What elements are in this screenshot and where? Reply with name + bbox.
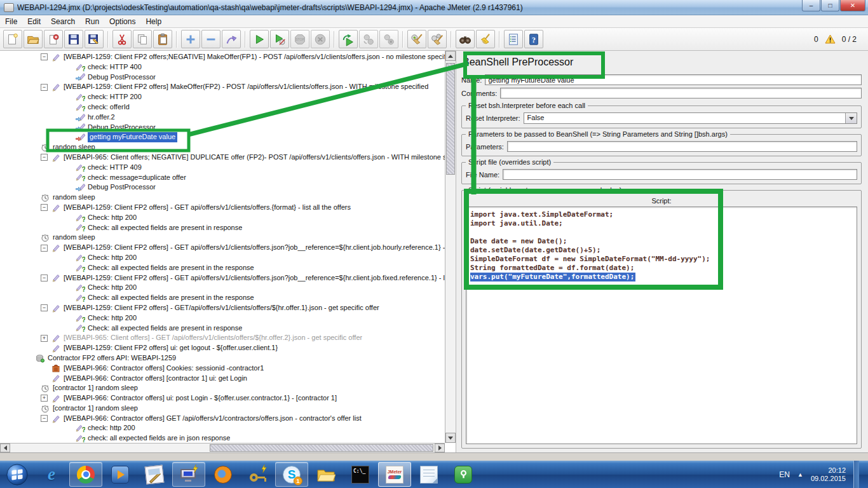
tree-item[interactable]: ?check: offerId bbox=[0, 102, 445, 112]
taskbar-explorer[interactable] bbox=[309, 462, 342, 487]
save-as-button[interactable] bbox=[85, 30, 104, 48]
taskbar-jmeter[interactable]: JMeter bbox=[378, 462, 411, 487]
tree-item[interactable]: ?check: all expected fields are in json … bbox=[0, 433, 445, 443]
tree-item[interactable]: ?check: HTTP 409 bbox=[0, 163, 445, 173]
start-button[interactable] bbox=[250, 30, 269, 48]
collapse-toggle[interactable]: − bbox=[41, 304, 48, 311]
tree-item[interactable]: random sleep bbox=[0, 142, 445, 152]
paste-button[interactable] bbox=[153, 30, 172, 48]
minimize-button[interactable]: – bbox=[802, 0, 820, 11]
tree-item[interactable]: ?Check: all expected fields are present … bbox=[0, 223, 445, 233]
tray-expander-icon[interactable]: ▲ bbox=[797, 471, 803, 478]
taskbar-chrome[interactable] bbox=[69, 462, 102, 487]
tree-item[interactable]: ?Check: http 200 bbox=[0, 213, 445, 223]
expand-toggle[interactable]: + bbox=[41, 395, 48, 402]
tree-item[interactable]: hr.offer.2 bbox=[0, 112, 445, 123]
scroll-up-button[interactable] bbox=[445, 51, 456, 61]
scroll-right-button[interactable] bbox=[435, 444, 445, 452]
taskbar-image-editor[interactable] bbox=[138, 462, 171, 487]
collapse-toggle[interactable]: − bbox=[41, 415, 48, 422]
tree-item[interactable]: Debug PostProcessor bbox=[0, 72, 445, 83]
new-file-button[interactable] bbox=[3, 30, 22, 48]
tree-item[interactable]: ?Check: all expected fields are present … bbox=[0, 293, 445, 303]
tree-item[interactable]: −[WEBAPI-1259: Client FP2 offers] - GET/… bbox=[0, 303, 445, 313]
help-button[interactable]: ? bbox=[524, 30, 543, 48]
toggle-button[interactable] bbox=[222, 30, 241, 48]
tree-item[interactable]: [WEBAPI-966: Contractor offers] [contrac… bbox=[0, 374, 445, 384]
menu-file[interactable]: File bbox=[0, 16, 22, 27]
remove-button[interactable] bbox=[201, 30, 220, 48]
taskbar-putty[interactable] bbox=[172, 462, 205, 487]
menu-help[interactable]: Help bbox=[140, 16, 166, 27]
tree-item[interactable]: ?check: http 200 bbox=[0, 423, 445, 433]
language-indicator[interactable]: EN bbox=[779, 470, 790, 479]
tree-item[interactable]: ?Check: http 200 bbox=[0, 253, 445, 263]
reset-interpreter-select[interactable]: False bbox=[524, 112, 857, 124]
tree-item[interactable]: [contractor 1] random sleep bbox=[0, 403, 445, 414]
tree-item[interactable]: getting myFutureDate value bbox=[0, 132, 445, 142]
tree-item[interactable]: −[WEBAPI-965: Client offers; NEGATIVE] D… bbox=[0, 152, 445, 163]
maximize-button[interactable]: □ bbox=[821, 0, 839, 11]
taskbar-firefox[interactable] bbox=[207, 462, 240, 487]
tree-item[interactable]: ?check: HTTP 200 bbox=[0, 92, 445, 102]
tree-item[interactable]: Debug PostProcessor bbox=[0, 123, 445, 133]
add-button[interactable] bbox=[181, 30, 200, 48]
tree-horizontal-scrollbar[interactable] bbox=[0, 443, 445, 452]
tree-item[interactable]: [WEBAPI-966: Contractor offers] Cookies:… bbox=[0, 363, 445, 374]
expand-toggle[interactable]: + bbox=[41, 335, 48, 342]
tree-item[interactable]: −[WEBAPI-966: Contractor offers] GET /ap… bbox=[0, 414, 445, 424]
remote-shutdown-all-button[interactable] bbox=[379, 30, 398, 48]
taskbar-clock[interactable]: 20:12 09.02.2015 bbox=[811, 466, 846, 483]
clear-all-button[interactable] bbox=[428, 30, 447, 48]
script-editor[interactable]: import java.text.SimpleDateFormat;import… bbox=[466, 207, 857, 444]
tree-item[interactable]: random sleep bbox=[0, 233, 445, 243]
tree-item[interactable]: ?Check: http 200 bbox=[0, 283, 445, 293]
search-reset-button[interactable] bbox=[476, 30, 495, 48]
remote-stop-all-button[interactable] bbox=[359, 30, 378, 48]
start-no-pauses-button[interactable] bbox=[270, 30, 289, 48]
tree-item[interactable]: −[WEBAPI-1259: Client FP2 offers] MakeOf… bbox=[0, 82, 445, 92]
taskbar-skype[interactable]: S1 bbox=[275, 462, 308, 487]
tree-item[interactable]: +[WEBAPI-965: Client offers] - GET /api/… bbox=[0, 333, 445, 343]
combo-dropdown-arrow[interactable] bbox=[845, 113, 857, 123]
collapse-toggle[interactable]: − bbox=[41, 245, 48, 252]
menu-search[interactable]: Search bbox=[46, 16, 80, 27]
tree-item[interactable]: ?check: message=duplicate offer bbox=[0, 173, 445, 183]
vertical-scroll-thumb[interactable] bbox=[446, 63, 455, 175]
tree-item[interactable]: −[WEBAPI-1259: Client FP2 offers;NEGATIV… bbox=[0, 52, 445, 62]
menu-options[interactable]: Options bbox=[104, 16, 140, 27]
collapse-toggle[interactable]: − bbox=[41, 274, 48, 281]
remote-start-all-button[interactable] bbox=[339, 30, 358, 48]
menu-run[interactable]: Run bbox=[80, 16, 104, 27]
clear-button[interactable] bbox=[407, 30, 426, 48]
tree-item[interactable]: ?Check: all expected fields are present … bbox=[0, 263, 445, 273]
tree-item[interactable]: Contractor FP2 offers API: WEBAPI-1259 bbox=[0, 353, 445, 363]
collapse-toggle[interactable]: − bbox=[41, 53, 48, 60]
tree-item[interactable]: ?check: HTTP 400 bbox=[0, 62, 445, 72]
warning-icon[interactable] bbox=[825, 34, 836, 44]
taskbar-internet-explorer[interactable]: e bbox=[35, 462, 68, 487]
name-input[interactable]: getting myFutureDate value bbox=[485, 74, 862, 85]
shutdown-button[interactable] bbox=[311, 30, 330, 48]
tree-item[interactable]: −[WEBAPI-1259: Client FP2 offers] - GET … bbox=[0, 243, 445, 253]
save-button[interactable] bbox=[64, 30, 83, 48]
tree-item[interactable]: [WEBAPI-1259: Client FP2 offers] ui: get… bbox=[0, 343, 445, 353]
tree-item[interactable]: +[WEBAPI-966: Contractor offers] ui: pos… bbox=[0, 393, 445, 403]
open-file-button[interactable] bbox=[24, 30, 43, 48]
scroll-left-button[interactable] bbox=[0, 444, 10, 452]
tree-item[interactable]: −[WEBAPI-1259: Client FP2 offers] - GET … bbox=[0, 273, 445, 283]
taskbar-puttygen[interactable] bbox=[241, 462, 274, 487]
copy-button[interactable] bbox=[133, 30, 152, 48]
cut-button[interactable] bbox=[112, 30, 132, 48]
show-desktop-button[interactable] bbox=[853, 461, 859, 488]
collapse-toggle[interactable]: − bbox=[41, 84, 48, 91]
horizontal-scroll-thumb[interactable] bbox=[210, 444, 433, 452]
close-file-button[interactable] bbox=[44, 30, 63, 48]
tree-item[interactable]: ?Check: http 200 bbox=[0, 313, 445, 323]
taskbar-green-app[interactable] bbox=[447, 462, 480, 487]
parameters-input[interactable] bbox=[507, 141, 857, 152]
close-button[interactable]: ✕ bbox=[840, 0, 865, 11]
start-button[interactable] bbox=[0, 461, 34, 488]
tree-item[interactable]: random sleep bbox=[0, 193, 445, 203]
collapse-toggle[interactable]: − bbox=[41, 154, 48, 161]
